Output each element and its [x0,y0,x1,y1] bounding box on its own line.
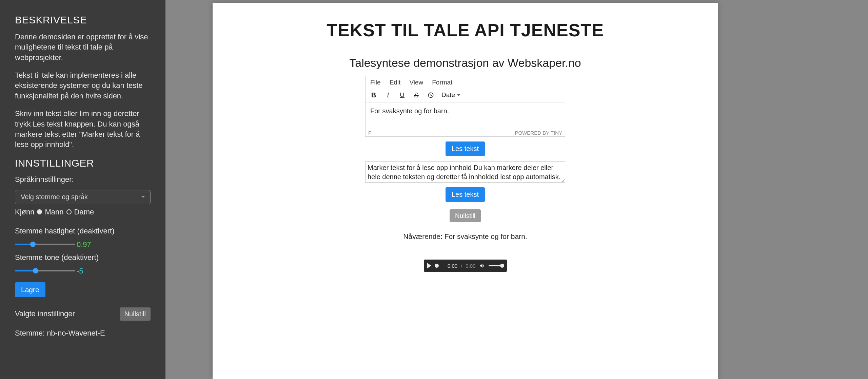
bold-icon[interactable]: B [370,92,377,98]
highlight-textarea[interactable] [365,162,565,183]
current-label: Nåværende: [403,232,444,240]
read-text-button-1[interactable]: Les tekst [446,141,485,156]
editor-toolbar: B I U S Date [366,89,565,102]
heading-settings: INNSTILLINGER [15,157,151,169]
gender-radio-group: Kjønn Mann Dame [15,208,151,216]
speed-slider-label: Stemme hastighet (deaktivert) [15,227,151,235]
editor-menubar: File Edit View Format [366,76,565,89]
clock-icon[interactable] [427,92,434,98]
language-label: Språkinnstillinger: [15,175,151,184]
reset-page-button[interactable]: Nullstill [450,209,481,222]
description-para-2: Tekst til tale kan implementeres i alle … [15,70,151,101]
italic-icon[interactable]: I [384,92,391,98]
speed-slider[interactable] [15,244,75,245]
slider-thumb-icon[interactable] [30,242,36,247]
reset-settings-button[interactable]: Nullstill [120,307,151,321]
player-time-separator: / [461,263,462,269]
progress-thumb-icon[interactable] [435,264,439,268]
gender-radio-male[interactable] [37,209,42,214]
editor-menu-view[interactable]: View [409,79,423,86]
demo-page: TEKST TIL TALE API TJENESTE Talesyntese … [213,3,718,379]
tone-slider[interactable] [15,270,75,271]
editor-menu-file[interactable]: File [370,79,381,86]
player-current-time: 0:00 [448,263,457,269]
audio-player: 0:00 / 0:00 [424,260,507,272]
title-divider [365,50,565,50]
read-text-button-2[interactable]: Les tekst [446,187,485,202]
volume-slider[interactable] [489,265,504,266]
select-placeholder-text: Velg stemme og språk [21,193,88,201]
strikethrough-icon[interactable]: S [413,92,420,98]
settings-sidebar: BESKRIVELSE Denne demosiden er opprettet… [0,0,165,379]
slider-thumb-icon[interactable] [33,268,38,273]
saved-settings-label: Valgte innstillinger [15,309,75,318]
volume-icon[interactable] [479,263,485,269]
editor-powered-by: POWERED BY TINY [515,130,562,136]
tone-value: -5 [77,267,151,276]
selected-voice-line: Stemme: nb-no-Wavenet-E [15,329,151,338]
player-duration: 0:00 [466,263,475,269]
rich-text-editor: File Edit View Format B I U S Date For s… [365,76,565,137]
editor-content[interactable]: For svaksynte og for barn. [366,102,565,129]
save-button[interactable]: Lagre [15,282,45,297]
page-title: TEKST TIL TALE API TJENESTE [213,20,718,40]
current-text-line: Nåværende: For svaksynte og for barn. [213,232,718,241]
description-para-3: Skriv inn tekst eller lim inn og derette… [15,109,151,150]
description-para-1: Denne demosiden er opprettet for å vise … [15,32,151,63]
gender-radio-female[interactable] [66,209,72,214]
current-value: For svaksynte og for barn. [445,232,527,240]
chevron-down-icon [457,94,460,96]
gender-option-female: Dame [74,208,94,216]
gender-option-male: Mann [45,208,63,216]
speed-value: 0.97 [77,240,151,249]
page-subtitle: Talesyntese demonstrasjon av Webskaper.n… [213,56,718,70]
heading-description: BESKRIVELSE [15,14,151,26]
slider-thumb-icon[interactable] [500,264,504,268]
editor-status-path: P [368,130,372,136]
editor-menu-edit[interactable]: Edit [390,79,401,86]
underline-icon[interactable]: U [399,92,406,98]
play-icon[interactable] [427,263,431,268]
chevron-down-icon [141,196,145,198]
date-button-label: Date [441,91,455,99]
editor-menu-format[interactable]: Format [432,79,452,86]
insert-date-button[interactable]: Date [441,91,460,99]
gender-label: Kjønn [15,208,34,216]
tone-slider-label: Stemme tone (deaktivert) [15,253,151,262]
voice-language-select[interactable]: Velg stemme og språk [15,190,151,204]
